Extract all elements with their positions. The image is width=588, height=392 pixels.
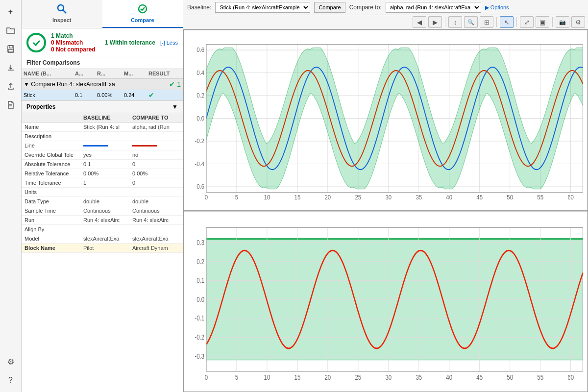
document-button[interactable] xyxy=(3,97,19,113)
svg-text:50: 50 xyxy=(507,194,513,201)
prop-run: Run Run 4: slexAirc Run 4: slexAirc xyxy=(22,216,183,225)
add-button[interactable]: + xyxy=(3,4,19,20)
camera-button[interactable]: 📷 xyxy=(556,16,569,28)
baseline-label: Baseline: xyxy=(187,4,211,11)
help-button[interactable]: ? xyxy=(3,372,19,388)
share-button[interactable] xyxy=(3,78,19,94)
prop-time-tolerance: Time Tolerance 1 0 xyxy=(22,178,183,188)
svg-point-5 xyxy=(58,5,64,11)
prop-datatype: Data Type double double xyxy=(22,197,183,206)
tab-compare[interactable]: Compare xyxy=(102,0,183,28)
separator-1 xyxy=(445,17,445,27)
col-abs: A... xyxy=(73,70,95,77)
tab-inspect[interactable]: Inspect xyxy=(22,0,102,28)
svg-text:15: 15 xyxy=(294,373,301,381)
filter-section: Filter Comparisons xyxy=(22,57,183,69)
chart-settings-button[interactable]: ⚙ xyxy=(571,16,585,28)
svg-text:0.2: 0.2 xyxy=(196,92,204,99)
svg-text:30: 30 xyxy=(385,373,392,381)
compare-tab-label: Compare xyxy=(131,17,154,23)
filter-label: Filter Comparisons xyxy=(26,59,80,66)
mismatch-count: 0 Mismatch xyxy=(51,39,100,46)
compare-icon xyxy=(137,4,148,16)
separator-3 xyxy=(516,17,517,27)
not-compared: 0 Not compared xyxy=(51,46,100,53)
compare-to-label: Compare to: xyxy=(349,4,382,11)
col-max: M... xyxy=(122,70,147,77)
svg-text:-0.3: -0.3 xyxy=(195,352,204,360)
charts-area: Stick (Run 4: slexAircraftExample) alpha… xyxy=(183,29,588,392)
svg-line-6 xyxy=(63,10,66,13)
svg-text:5: 5 xyxy=(235,194,239,201)
sidebar: + ⚙ ? xyxy=(0,0,22,392)
prop-description: Description xyxy=(22,132,183,141)
prop-units: Units xyxy=(22,188,183,197)
within-tolerance: 1 Within tolerance xyxy=(105,39,155,46)
row-relative: 0.00% xyxy=(95,91,122,99)
svg-text:60: 60 xyxy=(567,194,574,201)
group-result: ✔ 1 xyxy=(169,80,181,88)
back-button[interactable]: ◀ xyxy=(413,16,426,28)
summary-row: 1 Match 0 Mismatch 0 Not compared 1 With… xyxy=(22,28,183,57)
col-prop-name xyxy=(22,113,80,122)
svg-text:60: 60 xyxy=(567,373,574,381)
download-button[interactable] xyxy=(3,60,19,75)
compare-to-select[interactable]: alpha, rad (Run 4: slexAircraftExa xyxy=(386,2,481,13)
svg-text:0.0: 0.0 xyxy=(196,115,204,122)
col-baseline: BASELINE xyxy=(80,113,129,122)
svg-text:40: 40 xyxy=(446,194,452,201)
cursor-button[interactable]: ↖ xyxy=(500,16,514,28)
prop-line: Line xyxy=(22,141,183,150)
col-compare-to: COMPARE TO xyxy=(129,113,178,122)
prop-name: Name Stick (Run 4: sl alpha, rad (Run xyxy=(22,122,183,132)
props-columns: BASELINE COMPARE TO xyxy=(22,113,183,122)
zoom-button[interactable]: 🔍 xyxy=(464,16,478,28)
svg-text:0.0: 0.0 xyxy=(196,295,204,303)
group-row[interactable]: ▼ Compare Run 4: slexAircraftExa ✔ 1 xyxy=(22,79,183,90)
svg-text:25: 25 xyxy=(355,373,361,381)
properties-panel: Properties ▼ BASELINE COMPARE TO Name St… xyxy=(22,100,183,392)
separator-2 xyxy=(496,17,497,27)
svg-rect-2 xyxy=(8,49,13,52)
less-link[interactable]: [-] Less xyxy=(160,40,178,46)
options-link[interactable]: ▶ Options xyxy=(485,4,509,11)
table-row[interactable]: Stick 0.1 0.00% 0.24 ✔ xyxy=(22,90,183,100)
tabs-header: Inspect Compare xyxy=(22,0,183,28)
chart1-container: Stick (Run 4: slexAircraftExample) alpha… xyxy=(184,30,588,211)
svg-text:55: 55 xyxy=(537,194,543,201)
table-header: NAME (B... A... R... M... RESULT xyxy=(22,69,183,79)
inspect-tab-label: Inspect xyxy=(52,17,72,23)
svg-text:0.6: 0.6 xyxy=(196,47,204,54)
separator-4 xyxy=(552,17,553,27)
svg-text:30: 30 xyxy=(385,194,392,201)
tile-button[interactable]: ▣ xyxy=(536,16,549,28)
summary-counts: 1 Match 0 Mismatch 0 Not compared xyxy=(51,32,100,53)
chart-toolbar: ◀ ▶ ↕ 🔍 ⊞ ↖ ⤢ ▣ 📷 ⚙ xyxy=(183,15,588,29)
row-absolute: 0.1 xyxy=(73,91,95,99)
compare-button[interactable]: Compare xyxy=(314,2,345,13)
save-button[interactable] xyxy=(3,41,19,57)
prop-override: Override Global Tole yes no xyxy=(22,150,183,160)
forward-button[interactable]: ▶ xyxy=(428,16,442,28)
fit-button[interactable]: ⊞ xyxy=(480,16,493,28)
row-result: ✔ xyxy=(147,90,178,100)
svg-text:-0.1: -0.1 xyxy=(195,314,204,322)
pan-zoom-button[interactable]: ↕ xyxy=(448,16,462,28)
settings-button[interactable]: ⚙ xyxy=(3,354,19,369)
svg-text:-0.2: -0.2 xyxy=(195,333,204,341)
right-panel: Baseline: Stick (Run 4: slexAircraftExam… xyxy=(183,0,588,392)
match-count: 1 Match xyxy=(51,32,100,39)
baseline-select[interactable]: Stick (Run 4: slexAircraftExample xyxy=(215,2,310,13)
svg-text:-0.2: -0.2 xyxy=(195,138,204,145)
status-circle xyxy=(26,33,46,52)
svg-text:0: 0 xyxy=(205,373,208,381)
svg-text:35: 35 xyxy=(416,194,422,201)
svg-text:0.4: 0.4 xyxy=(196,69,204,76)
expand-button[interactable]: ⤢ xyxy=(520,16,534,28)
svg-text:10: 10 xyxy=(264,194,270,201)
properties-title: Properties xyxy=(26,103,55,110)
svg-text:0.2: 0.2 xyxy=(196,257,204,266)
folder-button[interactable] xyxy=(3,23,19,38)
svg-text:15: 15 xyxy=(294,194,301,201)
collapse-icon[interactable]: ▼ xyxy=(172,103,178,110)
